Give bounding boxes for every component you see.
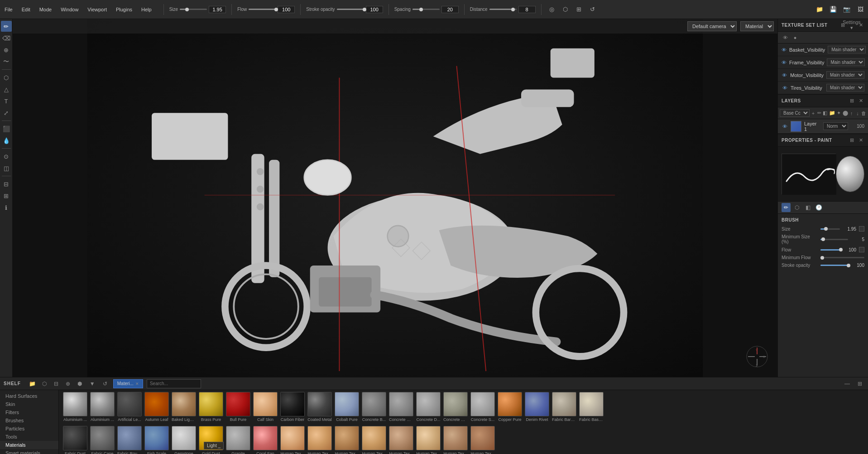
shelf-filter2-btn[interactable]: ▼	[88, 379, 97, 388]
add-folder-btn[interactable]: 📁	[829, 110, 835, 117]
layer-item-1[interactable]: 👁 Layer 1 Norm 100	[778, 119, 868, 134]
shelf-cat-hard-surfaces[interactable]: Hard Surfaces	[0, 392, 58, 400]
basket-visibility-btn[interactable]: 👁	[782, 47, 786, 53]
menu-mode[interactable]: Mode	[38, 6, 54, 13]
layer-mask-btn[interactable]: ⬤	[843, 110, 848, 117]
mat-item-r2-4[interactable]: Gemstone	[171, 426, 197, 454]
layer-effects-btn[interactable]: ✦	[837, 110, 841, 117]
texture-set-item-motor[interactable]: 👁 Motor_Visibility Main shader	[778, 69, 868, 82]
texture-set-item-tires[interactable]: 👁 Tires_Visibility Main shader	[778, 82, 868, 94]
texture-set-item-basket[interactable]: 👁 Basket_Visibility Main shader	[778, 43, 868, 56]
layer-down-btn[interactable]: ↓	[855, 110, 860, 117]
menu-plugins[interactable]: Plugins	[114, 6, 134, 13]
lazy-mouse-btn[interactable]: ◎	[547, 5, 557, 14]
mat-item-concrete-si[interactable]: Concrete Si...	[443, 392, 468, 422]
mat-item-autumn-leaf[interactable]: Autumn Leaf	[144, 392, 169, 422]
shelf-search-input[interactable]	[147, 379, 201, 388]
select-tool-btn[interactable]: ⬡	[1, 72, 12, 83]
shelf-cat-smart-materials[interactable]: Smart materials	[0, 449, 58, 454]
shelf-export-btn[interactable]: ⬢	[75, 379, 84, 388]
mat-item-r2-14[interactable]: Human Tex...	[443, 426, 468, 454]
brush-stroke-opacity-slider[interactable]	[820, 265, 848, 266]
mat-item-r2-3[interactable]: Fish Scale	[144, 426, 169, 454]
properties-close-btn[interactable]: ✕	[857, 137, 864, 144]
mat-item-artificial[interactable]: Artificial Le...	[117, 392, 142, 422]
mat-item-r2-1[interactable]: Fabric Cane	[90, 426, 115, 454]
shelf-minimize-btn[interactable]: —	[843, 379, 852, 388]
brush-minflow-slider[interactable]	[820, 257, 864, 258]
add-fill-layer-btn[interactable]: ◧	[823, 110, 827, 117]
text-tool-btn[interactable]: T	[1, 96, 12, 106]
mat-item-concrete-d[interactable]: Concrete D...	[416, 392, 441, 422]
layers-expand-btn[interactable]: ⊞	[848, 97, 855, 105]
mat-item-r2-10[interactable]: Human Tex...	[334, 426, 360, 454]
mat-item-r2-7[interactable]: Coral Fan	[253, 426, 278, 454]
mat-item-concrete-cl[interactable]: Concrete Cl...	[388, 392, 414, 422]
mat-item-baked[interactable]: Baked Light...	[171, 392, 197, 422]
layer-up-btn[interactable]: ↑	[849, 110, 854, 117]
stroke-opacity-value[interactable]: 100	[366, 6, 383, 13]
wrap-btn[interactable]: ↺	[588, 5, 598, 14]
viewport[interactable]: Default camera Material	[13, 19, 777, 377]
mat-item-copper[interactable]: Copper Pure	[497, 392, 523, 422]
mat-item-r2-8[interactable]: Human Tex...	[280, 426, 305, 454]
info-btn[interactable]: ℹ	[1, 202, 12, 213]
mat-item-r2-6[interactable]: Granite	[225, 426, 251, 454]
brush-size-slider[interactable]	[820, 228, 840, 230]
shelf-cat-materials[interactable]: Materials	[0, 441, 58, 449]
stroke-opacity-slider[interactable]	[337, 9, 364, 10]
spacing-value[interactable]: 20	[441, 6, 459, 13]
brush-size-checkbox[interactable]	[859, 226, 864, 232]
mat-item-aluminium2[interactable]: Aluminium ...	[90, 392, 115, 422]
color-pick-btn[interactable]: ⬛	[1, 123, 12, 134]
shelf-cat-brushes[interactable]: Brushes	[0, 416, 58, 425]
layers-close-btn[interactable]: ✕	[857, 97, 864, 105]
brush-flow-checkbox[interactable]	[859, 247, 864, 252]
motor-visibility-btn[interactable]: 👁	[782, 72, 787, 78]
add-paint-layer-btn[interactable]: ✏	[817, 110, 821, 117]
shelf-link-btn[interactable]: ⊕	[63, 379, 72, 388]
size-value[interactable]: 1.95	[209, 6, 226, 13]
mat-item-cobalt[interactable]: Cobalt Pure	[334, 392, 360, 422]
mat-item-r2-13[interactable]: Human Tex...	[416, 426, 441, 454]
material-tab[interactable]: ◧	[803, 203, 812, 212]
mat-item-coated[interactable]: Coated Metal	[307, 392, 332, 422]
blend-mode-select[interactable]: Base Cc	[780, 109, 810, 117]
mat-item-r2-11[interactable]: Human Tex...	[361, 426, 387, 454]
mat-item-r2-9[interactable]: Human Tex...	[307, 426, 332, 454]
eye-icon-solo[interactable]: ●	[791, 34, 799, 41]
shelf-refresh-btn[interactable]: ↺	[101, 379, 110, 388]
add-layer-btn[interactable]: +	[811, 110, 815, 117]
tires-shader-select[interactable]: Main shader	[826, 84, 864, 92]
menu-edit[interactable]: Edit	[20, 6, 32, 13]
mat-item-brass[interactable]: Brass Pure	[198, 392, 224, 422]
effects-tab[interactable]: 🕐	[814, 203, 823, 212]
mat-item-denim[interactable]: Denim Rivet	[524, 392, 550, 422]
shelf-filter-btn[interactable]: ⊟	[52, 379, 61, 388]
render-mode-select[interactable]: Material	[740, 21, 774, 31]
mat-item-concrete-s[interactable]: Concrete S...	[470, 392, 495, 422]
folder-icon-btn[interactable]: 📁	[815, 5, 825, 14]
eyedrop-btn[interactable]: 💧	[1, 135, 12, 146]
shelf-tab-materials[interactable]: Materi... ✕	[113, 379, 143, 388]
screenshot-btn[interactable]: 🖼	[855, 5, 865, 14]
mat-item-fabric-ba[interactable]: Fabric Base...	[579, 392, 604, 422]
mat-item-r2-15[interactable]: Human Tex...	[470, 426, 495, 454]
size-slider[interactable]	[180, 9, 207, 10]
brush-minsize-slider[interactable]	[820, 239, 848, 240]
distance-value[interactable]: 8	[518, 6, 536, 13]
mat-item-carbon[interactable]: Carbon Fiber	[280, 392, 305, 422]
frame-visibility-btn[interactable]: 👁	[782, 59, 786, 66]
layer1-visibility-btn[interactable]: 👁	[782, 123, 788, 130]
save-btn[interactable]: 💾	[828, 5, 838, 14]
mat-item-aluminium1[interactable]: Aluminium ...	[62, 392, 88, 422]
texture-set-close-btn[interactable]: ✕	[857, 22, 864, 29]
smudge-tool-btn[interactable]: 〜	[1, 56, 12, 67]
shelf-cat-tools[interactable]: Tools	[0, 433, 58, 441]
mat-item-r2-2[interactable]: Fabric Roug...	[117, 426, 142, 454]
menu-help[interactable]: Help	[139, 6, 153, 13]
mat-item-r2-12[interactable]: Human Tex...	[388, 426, 414, 454]
eye-icon-all[interactable]: 👁	[782, 34, 789, 41]
layer-delete-btn[interactable]: 🗑	[861, 110, 866, 117]
texture-set-settings-btn[interactable]: Settings ▾	[848, 22, 855, 29]
